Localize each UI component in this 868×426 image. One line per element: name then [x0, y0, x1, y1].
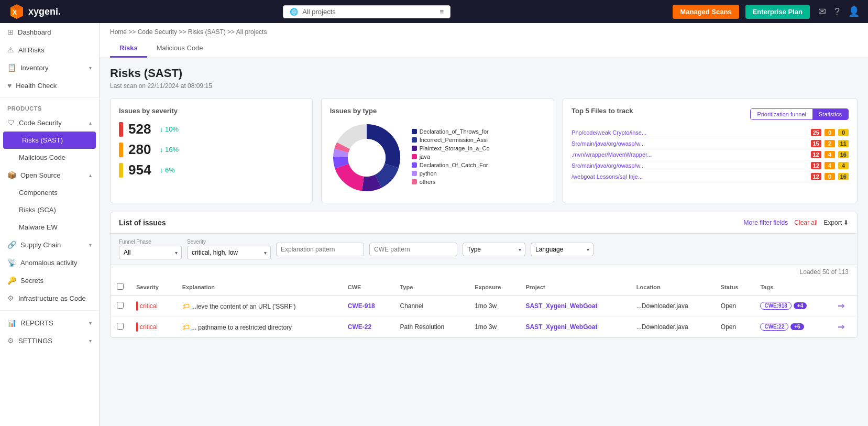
tab-malicious-code[interactable]: Malicious Code — [147, 40, 213, 58]
row-checkbox[interactable] — [117, 302, 124, 309]
settings-chevron: ▾ — [89, 338, 92, 344]
row-tags: CWE:918+4 — [754, 296, 831, 316]
legend-label: Declaration_of_Throws_for — [420, 128, 489, 135]
th-cwe: CWE — [342, 279, 394, 296]
supply-chain-chevron: ▾ — [89, 242, 92, 248]
sidebar-item-secrets[interactable]: 🔑 Secrets — [0, 271, 99, 289]
filters-row: Funnel Phase All Severity critical, high… — [111, 234, 857, 265]
severity-select[interactable]: critical, high, low — [187, 246, 271, 259]
help-icon[interactable]: ? — [834, 6, 840, 17]
export-link[interactable]: Export ⬇ — [823, 219, 849, 226]
file-link[interactable]: Src/main/java/org/owasp/w... — [572, 140, 807, 147]
legend-label: others — [420, 179, 436, 185]
mail-icon[interactable]: ✉ — [818, 6, 826, 17]
sidebar-label-malware-ew: Malware EW — [19, 223, 58, 231]
sidebar-group-inventory: 📋 Inventory ▾ — [0, 59, 99, 77]
legend-label: python — [420, 170, 437, 177]
sidebar-item-anomalous[interactable]: 📡 Anomalous activity — [0, 254, 99, 271]
severity-line — [136, 322, 138, 332]
donut-legend: Declaration_of_Throws_forIncorrect_Permi… — [412, 128, 490, 187]
project-link[interactable]: SAST_Xygeni_WebGoat — [525, 302, 597, 310]
file-link[interactable]: /webgoat Lessons/sql Inje... — [572, 173, 807, 180]
explanation-pattern-input[interactable] — [276, 243, 364, 256]
sidebar-item-malware-ew[interactable]: Malware EW — [0, 219, 99, 236]
th-severity: Severity — [130, 279, 176, 296]
row-explanation: 🏷 ... pathname to a restricted directory — [176, 316, 342, 337]
funnel-phase-select[interactable]: All — [119, 246, 182, 259]
type-card-title: Issues by type — [330, 107, 545, 115]
row-status: Open — [715, 316, 754, 337]
sidebar-item-reports[interactable]: 📊 REPORTS ▾ — [0, 314, 99, 332]
open-source-chevron: ▴ — [89, 172, 92, 178]
sidebar-item-iac[interactable]: ⚙ Infrastructure as Code — [0, 289, 99, 307]
row-detail-button[interactable]: ⇒ — [838, 301, 844, 311]
file-badge-red: 12 — [811, 173, 821, 180]
file-badge-orange: 4 — [825, 151, 835, 158]
legend-label: Plaintext_Storage_in_a_Co — [420, 145, 490, 151]
file-badge-orange: 0 — [825, 173, 835, 180]
file-badge-orange: 4 — [825, 162, 835, 169]
severity-line — [136, 301, 138, 311]
th-tags: Tags — [754, 279, 831, 296]
sidebar-item-open-source[interactable]: 📦 Open Source ▴ — [0, 166, 99, 184]
managed-scans-button[interactable]: Managed Scans — [673, 5, 739, 19]
sidebar-item-risks-sca[interactable]: Risks (SCA) — [0, 201, 99, 219]
cards-row: Issues by severity 528 ↓ 10% 280 ↓ 16% 9… — [110, 98, 858, 203]
breadcrumb-bar: Home >> Code Security >> Risks (SAST) >>… — [100, 23, 868, 58]
toggle-statistics[interactable]: Statistics — [812, 109, 848, 119]
row-severity: critical — [130, 316, 176, 337]
filter-group-type: Type — [463, 243, 525, 256]
sidebar-item-all-risks[interactable]: ⚠ All Risks — [0, 41, 99, 59]
row-detail-button[interactable]: ⇒ — [838, 322, 844, 332]
sidebar-item-code-security[interactable]: 🛡 Code Security ▴ — [0, 114, 99, 132]
row-project: SAST_Xygeni_WebGoat — [519, 316, 630, 337]
clear-all-link[interactable]: Clear all — [794, 219, 817, 226]
language-select[interactable]: Language — [531, 243, 594, 256]
globe-icon: 🌐 — [290, 8, 298, 16]
sidebar-item-health-check[interactable]: ♥ Health Check — [0, 77, 99, 94]
sidebar-item-risks-sast[interactable]: Risks (SAST) — [3, 132, 96, 149]
logo-text: xygeni. — [28, 6, 61, 17]
reports-chevron: ▾ — [89, 320, 92, 326]
sidebar-item-inventory[interactable]: 📋 Inventory ▾ — [0, 59, 99, 77]
row-detail-cell: ⇒ — [831, 316, 857, 337]
tag-badge: CWE:918 — [760, 302, 791, 310]
sidebar-label-anomalous: Anomalous activity — [20, 259, 77, 267]
more-filter-fields-link[interactable]: More filter fields — [744, 219, 788, 226]
file-badge-yellow: 4 — [838, 162, 849, 169]
file-link[interactable]: .mvn/wrapper/MavenWrapper... — [572, 151, 807, 158]
user-icon[interactable]: 👤 — [848, 6, 860, 17]
th-exposure: Exposure — [468, 279, 519, 296]
toggle-prioritization[interactable]: Prioritization funnel — [751, 109, 812, 119]
sidebar-item-dashboard[interactable]: ⊞ Dashboard — [0, 23, 99, 41]
sidebar-label-code-security: Code Security — [19, 119, 62, 127]
cwe-pattern-input[interactable] — [369, 243, 457, 256]
project-link[interactable]: SAST_Xygeni_WebGoat — [525, 323, 597, 331]
file-row: /webgoat Lessons/sql Inje... 12 0 16 — [572, 171, 849, 182]
breadcrumb-text: Home >> Code Security >> Risks (SAST) >>… — [110, 28, 267, 36]
sidebar-item-malicious-code[interactable]: Malicious Code — [0, 149, 99, 166]
cwe-link[interactable]: CWE-22 — [348, 323, 371, 331]
row-cwe: CWE-22 — [342, 316, 394, 337]
select-all-checkbox[interactable] — [117, 283, 124, 290]
tab-risks[interactable]: Risks — [110, 40, 147, 58]
cwe-link[interactable]: CWE-918 — [348, 302, 375, 310]
sidebar-item-supply-chain[interactable]: 🔗 Supply Chain ▾ — [0, 236, 99, 254]
table-row: critical 🏷 ... pathname to a restricted … — [111, 316, 857, 337]
type-select[interactable]: Type — [463, 243, 525, 256]
row-type: Channel — [393, 296, 468, 316]
sidebar-label-components: Components — [19, 189, 58, 196]
severity-card: Issues by severity 528 ↓ 10% 280 ↓ 16% 9… — [110, 98, 313, 203]
row-checkbox[interactable] — [117, 323, 124, 330]
enterprise-plan-button[interactable]: Enterprise Plan — [745, 5, 810, 19]
page-body: Risks (SAST) Last scan on 22/11/2024 at … — [100, 58, 868, 346]
sidebar-item-settings[interactable]: ⚙ SETTINGS ▾ — [0, 332, 99, 349]
file-row: Src/main/java/org/owasp/w... 12 4 4 — [572, 160, 849, 171]
code-security-chevron: ▴ — [89, 120, 92, 126]
file-link[interactable]: Php/code/weak Crypto/inse... — [572, 129, 808, 136]
file-link[interactable]: Src/main/java/org/owasp/w... — [572, 162, 808, 169]
file-row: .mvn/wrapper/MavenWrapper... 12 4 16 — [572, 149, 849, 160]
sidebar-item-components[interactable]: Components — [0, 184, 99, 201]
main-layout: ⊞ Dashboard ⚠ All Risks 📋 Inventory ▾ ♥ … — [0, 23, 868, 426]
search-bar[interactable]: 🌐 All projects ≡ — [283, 5, 451, 18]
